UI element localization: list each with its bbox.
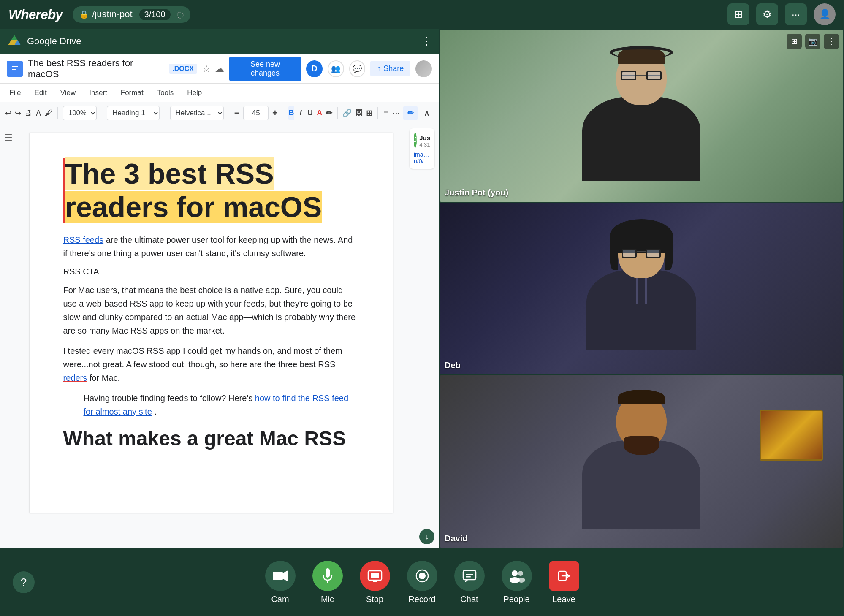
- image-button[interactable]: 🖼: [355, 106, 363, 120]
- reders-link[interactable]: reders: [63, 373, 87, 383]
- bottom-bar: ? Cam Mic: [0, 548, 844, 616]
- chat-message: J Jus 4:31 images: ht u/0/folders/Muc5uN…: [410, 128, 434, 169]
- scroll-down-button[interactable]: ↓: [419, 529, 434, 544]
- more-toolbar-button[interactable]: ⋯: [392, 106, 400, 120]
- camera-off-icon[interactable]: 📷: [805, 34, 820, 49]
- chat-panel: J Jus 4:31 images: ht u/0/folders/Muc5uN…: [405, 124, 439, 548]
- docs-area: Google Drive ⋮ The best RSS readers for …: [0, 29, 439, 548]
- chat-button[interactable]: Chat: [446, 556, 493, 609]
- help-button[interactable]: ?: [13, 571, 35, 593]
- heading-style-select[interactable]: Heading 1 Heading 2 Normal text: [107, 106, 160, 120]
- link-button[interactable]: 🔗: [342, 106, 352, 120]
- cam-button[interactable]: Cam: [257, 556, 304, 609]
- more-video-icon[interactable]: ⋮: [824, 34, 839, 49]
- grid-icon[interactable]: ⊞: [787, 34, 802, 49]
- gdrive-menu-dots[interactable]: ⋮: [421, 35, 432, 48]
- url-pill[interactable]: 🔒 /justin-pot 3/100 ◌: [73, 6, 190, 23]
- menu-format[interactable]: Format: [118, 87, 146, 99]
- chat-link[interactable]: u/0/folders/Muc5uNQU: [414, 158, 430, 165]
- gdrive-bar: Google Drive ⋮: [0, 29, 439, 54]
- highlight-button[interactable]: ✏: [326, 106, 332, 120]
- share-button[interactable]: ↑ Share: [370, 61, 410, 76]
- paint-format-button[interactable]: 🖌: [45, 106, 52, 120]
- font-select[interactable]: Helvetica ... Arial: [170, 106, 224, 120]
- comment-icon[interactable]: 💬: [349, 60, 366, 77]
- rss-feeds-link[interactable]: RSS feeds: [63, 235, 104, 244]
- pencil-mode-button[interactable]: ✏: [403, 106, 418, 120]
- doc-para1: RSS feeds are the ultimate power user to…: [63, 233, 359, 260]
- record-button[interactable]: Record: [399, 556, 446, 609]
- undo-button[interactable]: ↩: [5, 106, 11, 120]
- outline-toggle[interactable]: ☰: [0, 124, 17, 548]
- menu-tools[interactable]: Tools: [155, 87, 176, 99]
- svg-rect-11: [325, 583, 330, 583]
- settings-button[interactable]: ⚙: [756, 3, 778, 25]
- people-button[interactable]: People: [493, 556, 540, 609]
- svg-rect-13: [373, 580, 377, 582]
- star-icon[interactable]: ☆: [202, 63, 211, 74]
- menu-edit[interactable]: Edit: [32, 87, 49, 99]
- docs-page-area[interactable]: The 3 best RSS readers for macOS RSS fee…: [17, 124, 405, 548]
- print-button[interactable]: 🖨: [24, 106, 32, 120]
- blockquote-post: .: [154, 407, 157, 416]
- spellcheck-button[interactable]: A̲: [35, 106, 41, 120]
- svg-marker-8: [283, 570, 288, 581]
- svg-point-22: [512, 570, 518, 576]
- doc-para2: For Mac users, that means the best choic…: [63, 283, 359, 337]
- docs-page: The 3 best RSS readers for macOS RSS fee…: [30, 133, 393, 513]
- menu-insert[interactable]: Insert: [87, 87, 110, 99]
- collaborator-d-avatar: D: [306, 60, 323, 77]
- docs-body: ☰ The 3 best RSS readers for macOS: [0, 124, 439, 548]
- text-color-button[interactable]: A: [317, 106, 323, 120]
- chat-user-avatar: J: [414, 133, 417, 148]
- docs-title-actions: ☆ ☁: [202, 63, 224, 74]
- see-new-changes-button[interactable]: See new changes: [229, 57, 301, 81]
- docx-badge: .DOCX: [169, 64, 197, 74]
- menu-file[interactable]: File: [7, 87, 23, 99]
- doc-para1-text: are the ultimate power user tool for kee…: [63, 235, 353, 258]
- font-size-increase-button[interactable]: +: [272, 106, 278, 120]
- underline-button[interactable]: U: [307, 106, 313, 120]
- svg-rect-9: [326, 568, 330, 578]
- justin-video-controls: ⊞ 📷 ⋮: [787, 34, 839, 49]
- grid-view-button[interactable]: ⊞: [727, 3, 749, 25]
- svg-rect-15: [371, 573, 379, 578]
- svg-rect-10: [327, 580, 328, 583]
- alignment-button[interactable]: ≡: [383, 106, 389, 120]
- rss-cta: RSS CTA: [63, 267, 359, 277]
- chat-icon: [454, 561, 485, 591]
- doc-h2-partial: What makes a great Mac RSS: [63, 427, 359, 450]
- menu-help[interactable]: Help: [185, 87, 204, 99]
- stop-button[interactable]: Stop: [351, 556, 399, 609]
- svg-rect-20: [466, 574, 473, 575]
- svg-rect-4: [12, 66, 18, 67]
- chat-time: 4:31: [419, 141, 430, 148]
- more-options-button[interactable]: ···: [785, 3, 807, 25]
- refresh-icon[interactable]: ◌: [176, 9, 184, 19]
- italic-button[interactable]: I: [298, 106, 304, 120]
- collapse-toolbar-button[interactable]: ∧: [419, 106, 434, 120]
- font-size-decrease-button[interactable]: −: [234, 106, 240, 120]
- svg-rect-7: [273, 572, 283, 580]
- user-avatar[interactable]: 👤: [814, 3, 836, 25]
- docs-doc-icon: [7, 61, 23, 77]
- docs-menu-bar: File Edit View Insert Format Tools Help: [0, 84, 439, 102]
- table-button[interactable]: ⊞: [366, 106, 372, 120]
- zoom-select[interactable]: 100% 75% 125%: [63, 106, 97, 120]
- menu-view[interactable]: View: [58, 87, 79, 99]
- cloud-icon[interactable]: ☁: [215, 63, 224, 74]
- cam-label: Cam: [271, 594, 289, 604]
- leave-button[interactable]: Leave: [540, 556, 588, 609]
- people-icon: [502, 561, 532, 591]
- chat-msg-prefix: images: ht: [414, 151, 430, 158]
- doc-heading-block: The 3 best RSS readers for macOS: [63, 158, 359, 223]
- redo-button[interactable]: ↪: [15, 106, 21, 120]
- share-icon: ↑: [377, 64, 381, 73]
- docs-frame: The best RSS readers for macOS .DOCX ☆ ☁…: [0, 54, 439, 548]
- chat-message-link[interactable]: u/0/folders/Muc5uNQU: [414, 158, 430, 165]
- collab-icon[interactable]: 👥: [328, 60, 344, 77]
- bold-button[interactable]: B: [288, 106, 294, 120]
- chat-message-text: images: ht: [414, 151, 430, 158]
- font-size-input[interactable]: [243, 106, 269, 120]
- mic-button[interactable]: Mic: [304, 556, 351, 609]
